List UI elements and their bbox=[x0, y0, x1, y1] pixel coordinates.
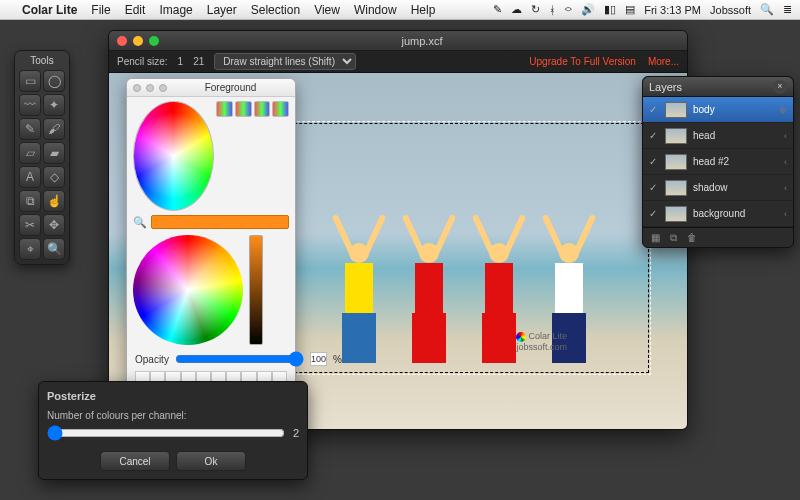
layer-row-head[interactable]: ✓ head ‹ bbox=[643, 123, 793, 149]
layer-row-head2[interactable]: ✓ head #2 ‹ bbox=[643, 149, 793, 175]
tools-palette[interactable]: Tools ▭ ◯ 〰 ✦ ✎ 🖌 ▱ ▰ A ◇ ⧉ ☝ ✂ ✥ ⌖ 🔍 bbox=[14, 50, 70, 265]
color-palette-tab[interactable] bbox=[235, 101, 252, 117]
visibility-toggle-icon[interactable]: ✓ bbox=[649, 130, 659, 141]
upgrade-link[interactable]: Upgrade To Full Version bbox=[529, 56, 636, 67]
bluetooth-icon[interactable]: ᚼ bbox=[549, 4, 556, 16]
visibility-toggle-icon[interactable]: ✓ bbox=[649, 104, 659, 115]
visibility-toggle-icon[interactable]: ✓ bbox=[649, 182, 659, 193]
notifications-icon[interactable]: ☁ bbox=[511, 3, 522, 16]
tool-select-ellipse[interactable]: ◯ bbox=[43, 70, 65, 92]
layer-name[interactable]: background bbox=[693, 208, 745, 219]
color-wheel-tab[interactable] bbox=[133, 101, 214, 211]
foreground-color-panel[interactable]: Foreground 🔍 Opacity 100 % bbox=[126, 78, 296, 394]
layer-link-icon[interactable]: ‹ bbox=[784, 209, 787, 219]
volume-icon[interactable]: 🔊 bbox=[581, 3, 595, 16]
visibility-toggle-icon[interactable]: ✓ bbox=[649, 208, 659, 219]
window-minimize-icon[interactable] bbox=[133, 36, 143, 46]
selection-marquee[interactable] bbox=[269, 123, 649, 373]
layers-title: Layers bbox=[649, 81, 682, 93]
color-sliders-tab[interactable] bbox=[216, 101, 233, 117]
menu-layer[interactable]: Layer bbox=[207, 3, 237, 17]
color-spectrum-tab[interactable] bbox=[254, 101, 271, 117]
opacity-value[interactable]: 100 bbox=[310, 352, 327, 366]
current-color-swatch[interactable] bbox=[151, 215, 289, 229]
evernote-icon[interactable]: ✎ bbox=[493, 3, 502, 16]
foreground-title: Foreground bbox=[172, 82, 289, 93]
panel-zoom-icon[interactable] bbox=[159, 84, 167, 92]
tool-eyedropper[interactable]: ⌖ bbox=[19, 238, 41, 260]
tool-wand[interactable]: ✦ bbox=[43, 94, 65, 116]
panel-close-icon[interactable] bbox=[133, 84, 141, 92]
more-link[interactable]: More... bbox=[648, 56, 679, 67]
ok-button[interactable]: Ok bbox=[176, 451, 246, 471]
draw-mode-select[interactable]: Draw straight lines (Shift) bbox=[214, 53, 356, 70]
layer-name[interactable]: shadow bbox=[693, 182, 727, 193]
document-toolbar: Pencil size: 1 21 Draw straight lines (S… bbox=[109, 51, 687, 73]
eyedropper-icon[interactable]: 🔍 bbox=[133, 216, 147, 229]
color-wheel[interactable] bbox=[133, 235, 243, 345]
posterize-dialog[interactable]: Posterize Number of colours per channel:… bbox=[38, 381, 308, 480]
window-close-icon[interactable] bbox=[117, 36, 127, 46]
tool-pencil[interactable]: ✎ bbox=[19, 118, 41, 140]
posterize-slider[interactable] bbox=[47, 425, 285, 441]
battery-icon[interactable]: ▮▯ bbox=[604, 3, 616, 16]
tool-smudge[interactable]: ☝ bbox=[43, 190, 65, 212]
layer-name[interactable]: body bbox=[693, 104, 715, 115]
tool-eraser[interactable]: ▱ bbox=[19, 142, 41, 164]
spotlight-icon[interactable]: 🔍 bbox=[760, 3, 774, 16]
tool-select-rect[interactable]: ▭ bbox=[19, 70, 41, 92]
layers-close-icon[interactable]: × bbox=[773, 80, 787, 94]
visibility-toggle-icon[interactable]: ✓ bbox=[649, 156, 659, 167]
clock[interactable]: Fri 3:13 PM bbox=[644, 4, 701, 16]
app-menu[interactable]: Colar Lite bbox=[22, 3, 77, 17]
posterize-title: Posterize bbox=[47, 390, 299, 402]
user-name[interactable]: Jobssoft bbox=[710, 4, 751, 16]
menu-help[interactable]: Help bbox=[411, 3, 436, 17]
opacity-slider[interactable] bbox=[175, 351, 304, 367]
brightness-slider[interactable] bbox=[249, 235, 263, 345]
list-icon[interactable]: ≣ bbox=[783, 3, 792, 16]
menu-window[interactable]: Window bbox=[354, 3, 397, 17]
flag-icon[interactable]: ▤ bbox=[625, 3, 635, 16]
document-filename: jump.xcf bbox=[165, 35, 679, 47]
layer-link-icon[interactable]: ‹ bbox=[784, 131, 787, 141]
pencil-alt-value: 21 bbox=[193, 56, 204, 67]
layer-row-background[interactable]: ✓ background ‹ bbox=[643, 201, 793, 227]
tool-shape[interactable]: ◇ bbox=[43, 166, 65, 188]
tool-brush[interactable]: 🖌 bbox=[43, 118, 65, 140]
document-titlebar[interactable]: jump.xcf bbox=[109, 31, 687, 51]
layer-link-icon[interactable]: ⊕ bbox=[779, 105, 787, 115]
layer-row-shadow[interactable]: ✓ shadow ‹ bbox=[643, 175, 793, 201]
tools-title: Tools bbox=[19, 55, 65, 66]
wifi-icon[interactable]: ⌔ bbox=[565, 4, 572, 16]
layer-row-body[interactable]: ✓ body ⊕ bbox=[643, 97, 793, 123]
layer-link-icon[interactable]: ‹ bbox=[784, 157, 787, 167]
cancel-button[interactable]: Cancel bbox=[100, 451, 170, 471]
tool-clone[interactable]: ⧉ bbox=[19, 190, 41, 212]
sync-icon[interactable]: ↻ bbox=[531, 3, 540, 16]
color-crayons-tab[interactable] bbox=[272, 101, 289, 117]
menu-view[interactable]: View bbox=[314, 3, 340, 17]
tool-zoom[interactable]: 🔍 bbox=[43, 238, 65, 260]
tool-move[interactable]: ✥ bbox=[43, 214, 65, 236]
duplicate-layer-icon[interactable]: ⧉ bbox=[670, 232, 677, 244]
menu-image[interactable]: Image bbox=[159, 3, 192, 17]
layer-name[interactable]: head #2 bbox=[693, 156, 729, 167]
tool-text[interactable]: A bbox=[19, 166, 41, 188]
layers-panel[interactable]: Layers × ✓ body ⊕ ✓ head ‹ ✓ head #2 ‹ ✓… bbox=[642, 76, 794, 248]
menu-selection[interactable]: Selection bbox=[251, 3, 300, 17]
tool-lasso[interactable]: 〰 bbox=[19, 94, 41, 116]
add-layer-icon[interactable]: ▦ bbox=[651, 232, 660, 243]
menu-file[interactable]: File bbox=[91, 3, 110, 17]
delete-layer-icon[interactable]: 🗑 bbox=[687, 232, 697, 243]
panel-min-icon[interactable] bbox=[146, 84, 154, 92]
layer-name[interactable]: head bbox=[693, 130, 715, 141]
tool-fill[interactable]: ▰ bbox=[43, 142, 65, 164]
opacity-suffix: % bbox=[333, 354, 342, 365]
posterize-label: Number of colours per channel: bbox=[47, 410, 299, 421]
window-zoom-icon[interactable] bbox=[149, 36, 159, 46]
pencil-size-value[interactable]: 1 bbox=[178, 56, 184, 67]
tool-crop[interactable]: ✂ bbox=[19, 214, 41, 236]
menu-edit[interactable]: Edit bbox=[125, 3, 146, 17]
layer-link-icon[interactable]: ‹ bbox=[784, 183, 787, 193]
